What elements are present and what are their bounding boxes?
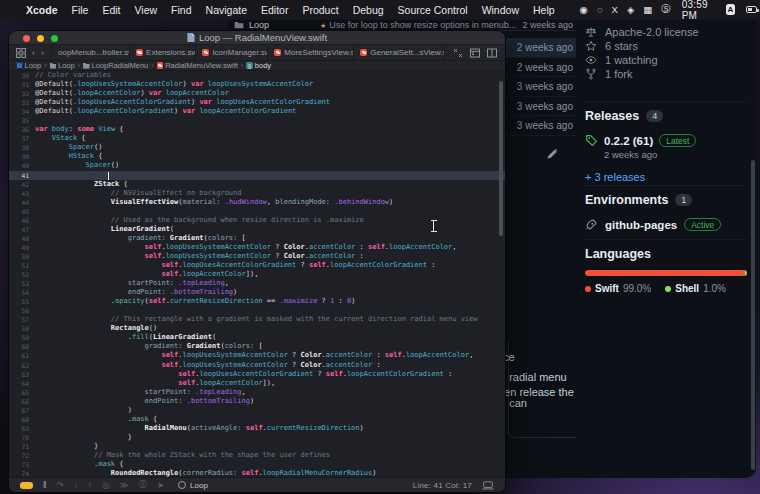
step-out-icon[interactable]: ↑	[88, 480, 92, 490]
record-status-icon[interactable]: ◉	[580, 4, 588, 15]
step-over-icon[interactable]: ↷	[57, 480, 64, 490]
about-item[interactable]: 1 watching	[585, 53, 747, 67]
editor-tab[interactable]: IconManager.swift	[196, 45, 268, 60]
menu-item[interactable]: Help	[533, 4, 555, 16]
menu-item[interactable]: Window	[482, 4, 519, 16]
grid-status-icon[interactable]: ▦	[643, 4, 652, 15]
about-item[interactable]: 6 stars	[585, 39, 747, 53]
code-token: activeAngle:	[191, 424, 246, 432]
latest-release[interactable]: 0.2.2 (61) Latest	[585, 134, 747, 147]
code-token: self	[35, 261, 178, 269]
input-source-badge[interactable]: A	[726, 4, 734, 15]
line-number: 42	[9, 180, 35, 189]
continue-icon[interactable]: ≫	[120, 480, 129, 490]
environment-item[interactable]: github-pages Active	[585, 218, 747, 231]
line-number: 35	[9, 116, 35, 125]
menu-item[interactable]: File	[72, 4, 89, 16]
menu-item[interactable]: Xcode	[26, 4, 58, 16]
back-button[interactable]: ‹	[32, 48, 35, 58]
breadcrumb-item[interactable]: Loop	[16, 61, 41, 70]
view-debugger-icon[interactable]: Ⓢ	[138, 479, 147, 491]
title-bar[interactable]: Loop — RadialMenuView.swift	[9, 31, 505, 45]
editor-tab[interactable]: GeneralSett...sView.swift	[354, 45, 445, 60]
about-item[interactable]: Apache-2.0 license	[585, 25, 747, 39]
menu-item[interactable]: Debug	[353, 4, 384, 16]
browser-scrollbar[interactable]	[751, 160, 755, 470]
more-releases-link[interactable]: + 3 releases	[585, 171, 645, 183]
run-destination[interactable]: Loop	[178, 481, 208, 490]
code-token: self	[326, 370, 343, 378]
code-token: startPoint:	[35, 279, 178, 287]
code-token: gradient:	[35, 234, 170, 242]
code-text: VisualEffectView(material: .hudWindow, b…	[35, 198, 505, 207]
menu-item[interactable]: Editor	[261, 4, 288, 16]
breadcrumb-item[interactable]: LoopRadialMenu	[83, 61, 148, 70]
code-token: var	[183, 107, 196, 115]
code-token: VStack	[35, 134, 77, 142]
release-version[interactable]: 0.2.2 (61)	[604, 135, 653, 147]
minimize-window-button[interactable]	[37, 35, 44, 42]
add-editor-icon[interactable]	[487, 48, 497, 58]
language-bar-segment	[745, 270, 747, 276]
editor-tab[interactable]: Extensions.swift	[130, 45, 196, 60]
menu-item[interactable]: Edit	[102, 4, 120, 16]
commit-message[interactable]: ★Use for loop to show resize options in …	[320, 20, 516, 30]
close-window-button[interactable]	[23, 35, 30, 42]
code-token: LinearGradient	[153, 333, 212, 341]
code-token: .bottomTrailing	[187, 397, 250, 405]
breadcrumb-item[interactable]: {} body	[246, 61, 271, 70]
menu-item[interactable]: Find	[171, 4, 191, 16]
step-into-icon[interactable]: ↓	[74, 480, 78, 490]
code-token: .loopAccentColorGradient	[73, 107, 174, 115]
code-line: 58 Rectangle()	[9, 324, 505, 333]
language-legend-item[interactable]: Swift99.0%	[585, 283, 651, 294]
battery-icon[interactable]	[746, 6, 757, 13]
environments-heading[interactable]: Environments	[585, 193, 668, 207]
minimize-editor-icon[interactable]	[453, 48, 463, 58]
line-col-indicator[interactable]: Line: 41 Col: 17	[413, 481, 472, 490]
menu-item[interactable]: Navigate	[206, 4, 247, 16]
about-item[interactable]: 1 fork	[585, 67, 747, 81]
editor-tab[interactable]: oopMenub...troller.swift	[51, 45, 130, 60]
swift-file-icon	[274, 49, 281, 56]
s-badge-status-icon[interactable]: Ⓢ	[661, 3, 671, 16]
editor-scrollbar[interactable]	[499, 81, 503, 236]
about-label: Apache-2.0 license	[605, 26, 699, 38]
languages-section: Languages Swift99.0%Shell1.0%	[585, 239, 747, 294]
line-number: 67	[9, 406, 35, 415]
releases-heading[interactable]: Releases	[585, 109, 639, 123]
forward-button[interactable]: ›	[41, 48, 44, 58]
code-token: )	[174, 107, 182, 115]
line-number: 39	[9, 152, 35, 161]
line-number: 56	[9, 306, 35, 315]
language-legend-item[interactable]: Shell1.0%	[665, 283, 726, 294]
editor-tab[interactable]: MoreSettingsView.swift	[268, 45, 354, 60]
editor-options-icon[interactable]	[470, 48, 480, 58]
menu-item[interactable]: Product	[302, 4, 338, 16]
simulate-location-icon[interactable]: ➤	[157, 480, 164, 490]
debug-memory-icon[interactable]: ◎	[102, 480, 109, 490]
diamond-status-icon[interactable]: ◈	[627, 4, 634, 15]
menu-clock-time[interactable]: 03:59 PM	[682, 0, 716, 21]
code-token: endPoint:	[35, 397, 187, 405]
breadcrumb-item[interactable]: RadialMenuView.swift	[157, 61, 238, 70]
code-editor[interactable]: 30// Color variables31@Default(.loopUses…	[9, 71, 505, 477]
dotted-circle-status-icon[interactable]: ◌	[597, 4, 603, 15]
edit-readme-pencil-icon[interactable]	[546, 148, 558, 160]
x-status-icon[interactable]: X	[612, 4, 618, 15]
line-number: 38	[9, 143, 35, 152]
breadcrumb-item[interactable]: Loop	[50, 61, 75, 70]
menu-item[interactable]: View	[135, 4, 158, 16]
breakpoints-toggle[interactable]	[20, 482, 33, 489]
environment-name[interactable]: github-pages	[605, 219, 677, 231]
pause-icon[interactable]: ‖	[43, 480, 47, 490]
code-text: RadialMenu(activeAngle: self.currentResi…	[35, 424, 505, 433]
line-number: 66	[9, 397, 35, 406]
file-name[interactable]: Loop	[249, 20, 269, 30]
zoom-window-button[interactable]	[51, 35, 58, 42]
related-items-icon[interactable]	[16, 48, 26, 58]
code-token: ?	[288, 351, 301, 359]
code-token: loopAccentColor	[161, 89, 228, 97]
languages-heading[interactable]: Languages	[585, 247, 651, 261]
menu-item[interactable]: Source Control	[398, 4, 468, 16]
